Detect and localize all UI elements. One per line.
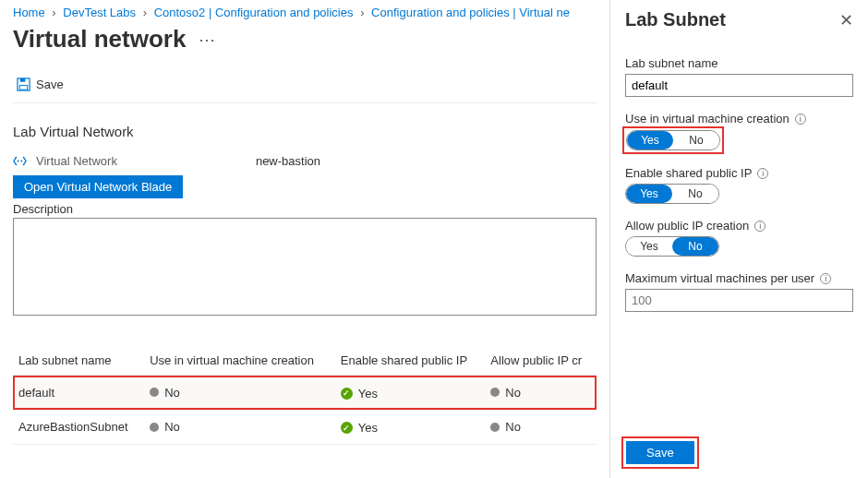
subnet-name-label: Lab subnet name <box>625 56 853 70</box>
toggle-no[interactable]: No <box>672 185 718 203</box>
breadcrumb-home[interactable]: Home <box>13 6 45 19</box>
toggle-yes[interactable]: Yes <box>626 185 672 203</box>
breadcrumb-contoso2[interactable]: Contoso2 | Configuration and policies <box>154 6 354 19</box>
info-icon[interactable]: i <box>757 168 768 179</box>
status-dot-icon <box>150 423 159 432</box>
save-icon <box>17 78 30 91</box>
panel-save-button[interactable]: Save <box>626 441 694 464</box>
allow-ip-label: Allow public IP creation <box>625 219 749 233</box>
cell-shared-ip: Yes <box>358 387 378 400</box>
page-title: Virtual network <box>13 25 186 54</box>
toolbar-save-label: Save <box>36 78 64 91</box>
subnet-table: Lab subnet name Use in virtual machine c… <box>13 346 597 445</box>
breadcrumb: Home › DevTest Labs › Contoso2 | Configu… <box>13 6 597 19</box>
description-textarea[interactable] <box>13 218 597 316</box>
svg-rect-1 <box>20 78 26 82</box>
cell-shared-ip: Yes <box>358 421 378 435</box>
col-shared-ip[interactable]: Enable shared public IP <box>335 346 486 376</box>
toolbar-save-button[interactable]: Save <box>13 76 67 93</box>
toggle-yes[interactable]: Yes <box>627 131 673 149</box>
toggle-yes[interactable]: Yes <box>626 237 672 256</box>
section-label: Lab Virtual Network <box>13 124 597 139</box>
svg-point-3 <box>18 161 19 162</box>
more-actions-button[interactable]: ⋯ <box>199 31 215 48</box>
close-icon[interactable]: ✕ <box>839 10 853 30</box>
svg-point-4 <box>20 161 22 162</box>
cell-use-vm: No <box>164 420 180 434</box>
shared-ip-label: Enable shared public IP <box>625 166 752 180</box>
col-allow-ip[interactable]: Allow public IP cr <box>485 346 597 376</box>
check-icon: ✓ <box>341 388 353 400</box>
table-row[interactable]: default No ✓Yes No <box>13 376 597 411</box>
cell-allow-ip: No <box>505 386 521 400</box>
toggle-no[interactable]: No <box>673 131 719 149</box>
use-vm-toggle[interactable]: Yes No <box>626 130 720 150</box>
status-dot-icon <box>150 388 159 397</box>
breadcrumb-config-vnet[interactable]: Configuration and policies | Virtual ne <box>371 6 570 19</box>
col-subnet-name[interactable]: Lab subnet name <box>13 346 144 376</box>
breadcrumb-devtestlabs[interactable]: DevTest Labs <box>63 6 136 19</box>
use-vm-label: Use in virtual machine creation <box>625 112 790 125</box>
allow-ip-toggle[interactable]: Yes No <box>625 236 719 257</box>
vnet-icon <box>13 155 27 167</box>
cell-use-vm: No <box>164 386 180 400</box>
open-vnet-blade-button[interactable]: Open Virtual Network Blade <box>13 175 183 198</box>
check-icon: ✓ <box>341 422 353 434</box>
lab-subnet-panel: Lab Subnet ✕ Lab subnet name Use in virt… <box>609 0 868 478</box>
info-icon[interactable]: i <box>820 273 831 284</box>
vnet-name: new-bastion <box>256 154 320 168</box>
max-vm-label: Maximum virtual machines per user <box>625 271 814 285</box>
subnet-name-input[interactable] <box>625 74 853 97</box>
panel-title: Lab Subnet <box>625 9 726 30</box>
max-vm-input[interactable] <box>625 289 853 312</box>
info-icon[interactable]: i <box>754 221 766 232</box>
description-label: Description <box>13 202 597 216</box>
cell-subnet-name: default <box>13 376 144 411</box>
cell-subnet-name: AzureBastionSubnet <box>13 410 144 445</box>
table-row[interactable]: AzureBastionSubnet No ✓Yes No <box>13 410 597 445</box>
col-use-vm[interactable]: Use in virtual machine creation <box>144 346 335 376</box>
status-dot-icon <box>490 388 500 397</box>
vnet-label: Virtual Network <box>36 154 117 168</box>
shared-ip-toggle[interactable]: Yes No <box>625 184 719 204</box>
status-dot-icon <box>490 423 500 432</box>
toggle-no[interactable]: No <box>672 237 718 256</box>
svg-rect-2 <box>19 85 27 90</box>
cell-allow-ip: No <box>505 420 521 434</box>
info-icon[interactable]: i <box>795 114 806 125</box>
